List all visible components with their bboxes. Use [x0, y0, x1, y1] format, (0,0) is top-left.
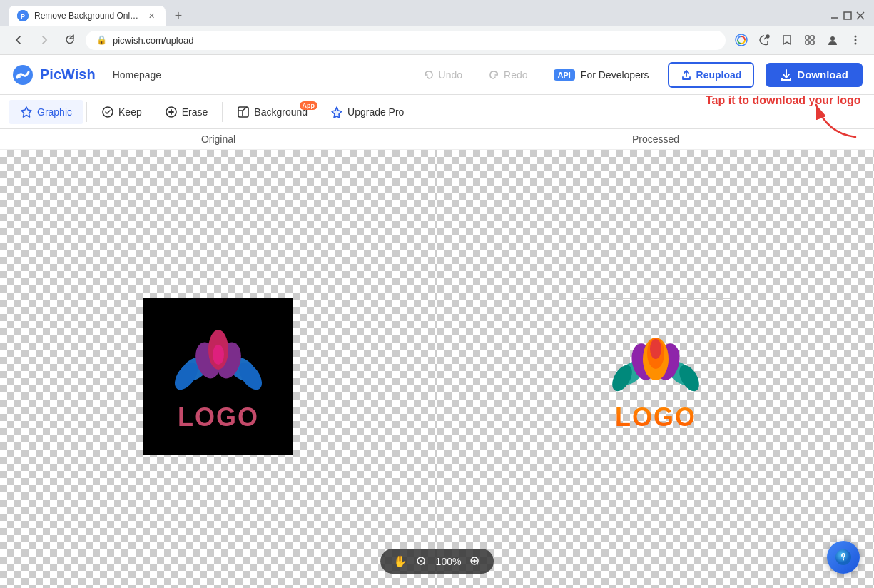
undo-button[interactable]: Undo	[416, 65, 469, 85]
tab-close-button[interactable]: ✕	[146, 10, 157, 21]
minimize-button[interactable]	[830, 11, 840, 21]
picwish-logo-icon	[11, 64, 34, 86]
lock-icon: 🔒	[96, 35, 107, 45]
svg-rect-8	[806, 36, 809, 39]
maximize-button[interactable]	[843, 11, 853, 21]
logo-area[interactable]: PicWish	[11, 64, 96, 86]
menu-icon[interactable]	[845, 30, 865, 50]
zoom-bar: ✋ 100%	[380, 549, 494, 574]
svg-point-15	[855, 43, 857, 45]
share-icon[interactable]	[754, 30, 774, 50]
original-lotus-svg	[172, 321, 265, 400]
keep-tool-button[interactable]: Keep	[90, 100, 153, 124]
reupload-button[interactable]: Reupload	[668, 62, 755, 88]
window-controls	[830, 11, 865, 21]
back-button[interactable]	[9, 30, 29, 50]
tab-favicon: P	[17, 10, 29, 21]
reload-button[interactable]	[60, 30, 80, 50]
original-canvas[interactable]: LOGO	[0, 150, 437, 588]
picwish-logo-text: PicWish	[40, 66, 96, 83]
svg-text:P: P	[21, 13, 25, 20]
original-panel-label: Original	[0, 129, 437, 149]
svg-point-47	[843, 559, 844, 561]
close-button[interactable]	[855, 11, 865, 21]
address-bar[interactable]: 🔒 picwish.com/upload	[86, 31, 726, 50]
undo-redo-group: Undo Redo	[416, 65, 535, 85]
tab-title: Remove Background Online 100	[34, 11, 140, 21]
download-wrapper: Download Tap it to download your logo	[766, 63, 863, 87]
processed-logo: LOGO	[581, 298, 731, 455]
svg-rect-3	[844, 12, 851, 19]
app-badge: App	[300, 101, 318, 110]
svg-point-14	[855, 39, 857, 41]
svg-rect-11	[811, 41, 814, 44]
zoom-value: 100%	[436, 556, 462, 567]
for-developers-button[interactable]: API For Developers	[547, 65, 656, 85]
api-badge: API	[554, 69, 575, 81]
extensions-icon[interactable]	[800, 30, 820, 50]
processed-panel: LOGO	[437, 150, 874, 588]
svg-rect-21	[238, 107, 248, 117]
erase-tool-button[interactable]: Erase	[153, 100, 220, 124]
processed-canvas[interactable]: LOGO	[437, 150, 874, 588]
processed-panel-label: Processed	[437, 129, 874, 149]
svg-line-41	[423, 563, 425, 564]
toolbar-divider-1	[86, 102, 87, 122]
original-logo: LOGO	[143, 298, 293, 455]
toolbar: Graphic Keep Erase Background App Upgrad…	[0, 95, 874, 129]
upgrade-pro-button[interactable]: Upgrade Pro	[319, 100, 415, 124]
svg-point-13	[855, 36, 857, 38]
download-button[interactable]: Download	[766, 63, 863, 87]
homepage-link[interactable]: Homepage	[107, 66, 168, 83]
browser-tab[interactable]: P Remove Background Online 100 ✕	[9, 6, 166, 26]
google-icon[interactable]	[731, 30, 751, 50]
app-topbar: PicWish Homepage Undo Redo API For Devel…	[0, 55, 874, 95]
bookmark-icon[interactable]	[777, 30, 797, 50]
toolbar-divider-2	[222, 102, 223, 122]
svg-point-12	[830, 36, 835, 41]
svg-point-29	[213, 345, 224, 365]
zoom-out-icon[interactable]	[416, 556, 427, 567]
svg-point-17	[16, 74, 21, 78]
app-container: PicWish Homepage Undo Redo API For Devel…	[0, 54, 874, 588]
help-button[interactable]	[827, 541, 860, 574]
original-panel: LOGO	[0, 150, 437, 588]
processed-lotus-svg	[609, 321, 702, 400]
processed-logo-text: LOGO	[615, 402, 696, 432]
zoom-in-icon[interactable]	[469, 556, 481, 567]
graphic-tool-button[interactable]: Graphic	[9, 100, 83, 124]
svg-rect-10	[806, 41, 809, 44]
new-tab-button[interactable]: +	[168, 6, 188, 26]
forward-button[interactable]	[34, 30, 54, 50]
address-text: picwish.com/upload	[113, 35, 715, 46]
svg-point-7	[766, 35, 769, 38]
redo-button[interactable]: Redo	[481, 65, 534, 85]
background-tool-button[interactable]: Background App	[225, 100, 319, 124]
svg-point-38	[650, 339, 661, 359]
hand-tool-icon[interactable]: ✋	[393, 554, 407, 568]
svg-rect-9	[811, 36, 814, 39]
profile-icon[interactable]	[823, 30, 843, 50]
original-logo-text: LOGO	[178, 402, 259, 432]
svg-line-45	[477, 563, 479, 564]
